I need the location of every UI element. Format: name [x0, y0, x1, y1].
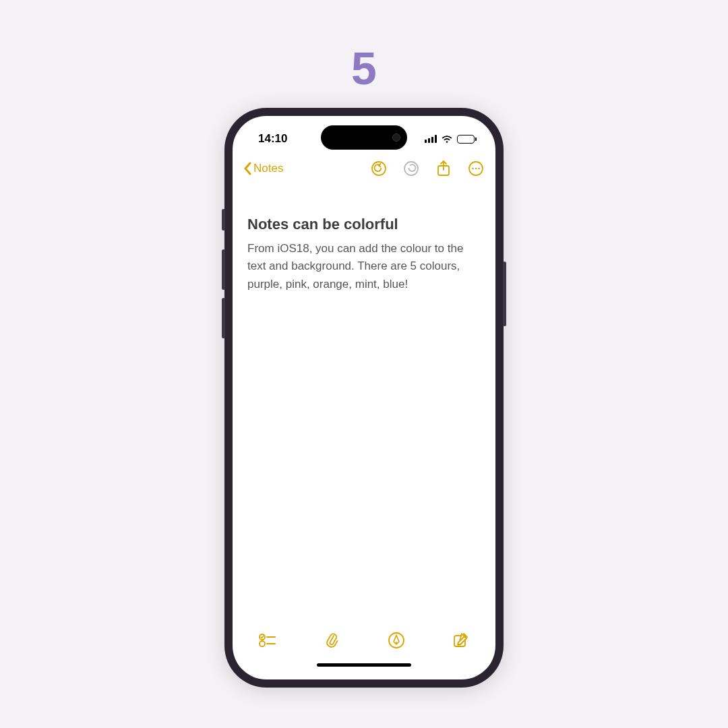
checklist-button[interactable]: [258, 631, 277, 650]
page-number: 5: [351, 42, 377, 94]
note-body[interactable]: From iOS18, you can add the colour to th…: [247, 240, 481, 293]
attachment-button[interactable]: [322, 631, 341, 650]
note-editor[interactable]: Notes can be colorful From iOS18, you ca…: [233, 183, 495, 620]
ellipsis-circle-icon: [468, 160, 484, 177]
phone-power-button: [503, 262, 506, 326]
front-camera: [392, 133, 400, 142]
dynamic-island: [321, 125, 407, 150]
navigation-bar: Notes: [233, 154, 495, 183]
wifi-icon: [441, 134, 453, 144]
bottom-toolbar: [233, 620, 495, 661]
status-right: [425, 134, 477, 144]
back-button[interactable]: Notes: [243, 162, 283, 175]
svg-point-5: [475, 168, 477, 170]
markup-button[interactable]: [387, 631, 406, 650]
undo-button[interactable]: [370, 160, 388, 177]
share-icon: [436, 160, 451, 177]
redo-button: [402, 160, 420, 177]
note-title[interactable]: Notes can be colorful: [247, 216, 481, 233]
compose-icon: [452, 632, 468, 648]
cellular-signal-icon: [425, 135, 437, 143]
svg-point-6: [478, 168, 480, 170]
status-time: 14:10: [258, 132, 287, 146]
phone-mute-switch: [222, 209, 225, 231]
svg-point-9: [260, 641, 265, 646]
share-button[interactable]: [435, 160, 452, 177]
checklist-icon: [259, 633, 276, 648]
nav-actions: [370, 160, 485, 177]
battery-icon: [457, 135, 477, 144]
home-indicator-area: [233, 661, 495, 679]
home-indicator[interactable]: [317, 663, 411, 667]
phone-screen: 14:10 Notes: [233, 116, 495, 679]
compose-button[interactable]: [451, 631, 470, 650]
more-button[interactable]: [467, 160, 485, 177]
phone-volume-up: [222, 249, 225, 290]
chevron-left-icon: [243, 162, 252, 175]
redo-icon: [403, 160, 419, 177]
phone-frame: 14:10 Notes: [224, 108, 504, 688]
markup-pen-icon: [388, 632, 405, 649]
paperclip-icon: [324, 632, 340, 649]
back-label: Notes: [253, 162, 283, 175]
undo-icon: [371, 160, 387, 177]
phone-volume-down: [222, 298, 225, 338]
svg-point-4: [472, 168, 474, 170]
